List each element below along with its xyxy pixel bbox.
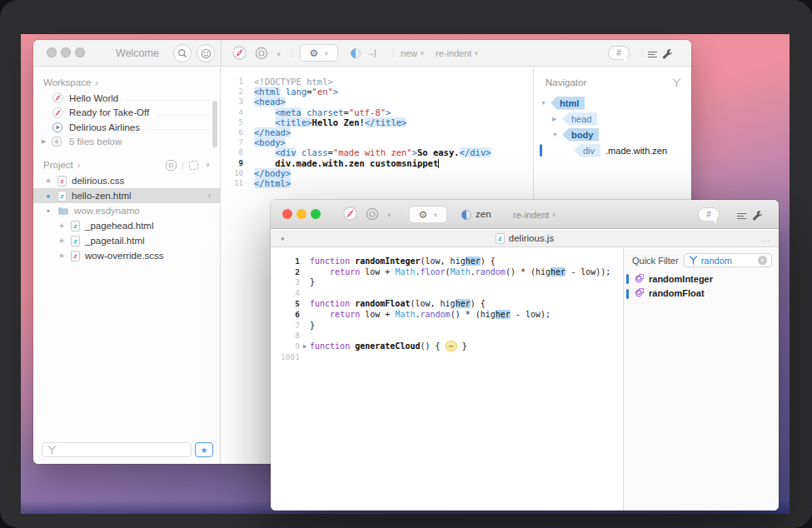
tag-pill[interactable]: div: [574, 144, 600, 157]
js-editor[interactable]: 1function randomInteger(low, higher) {2 …: [271, 248, 623, 511]
preview-button[interactable]: [232, 45, 247, 61]
tab-bar[interactable]: ● z delirious.js …: [271, 230, 779, 247]
new-menu[interactable]: new∨: [401, 48, 424, 58]
code-line[interactable]: 9 div.made.with.zen customsnippet: [222, 158, 533, 168]
code-line[interactable]: 1001: [271, 351, 623, 362]
indent-icon[interactable]: →|: [366, 48, 376, 57]
navigator-item[interactable]: div.made.with.zen: [534, 142, 691, 158]
chevron-down-icon[interactable]: ∨: [276, 51, 281, 57]
wrench-icon[interactable]: [662, 48, 673, 59]
code-line[interactable]: 3}: [271, 277, 623, 288]
navigator-filter-icon[interactable]: [672, 78, 681, 87]
code-line[interactable]: 6 return low + Math.random() * (higher -…: [271, 309, 623, 320]
sidebar-filter-input[interactable]: [42, 442, 192, 457]
active-dot-icon[interactable]: ●: [43, 192, 53, 200]
disclosure-down-icon[interactable]: ▼: [43, 208, 53, 214]
lines-icon[interactable]: [737, 212, 746, 221]
wrench-icon[interactable]: [752, 210, 763, 221]
snippet-bubble-button[interactable]: #: [698, 207, 720, 222]
minimize-button[interactable]: [61, 47, 71, 57]
workspace-item[interactable]: Delirious Airlines: [33, 120, 220, 135]
code-line[interactable]: 2<html lang="en">: [222, 87, 533, 97]
sidebar-scrollbar[interactable]: [212, 101, 217, 147]
file-row[interactable]: ★z_pagetail.html: [33, 233, 220, 248]
navigator-item[interactable]: ▼html: [534, 95, 691, 111]
star-icon[interactable]: ★: [43, 177, 53, 185]
target-button[interactable]: [255, 47, 268, 60]
zen-label[interactable]: zen: [476, 209, 491, 219]
code-line[interactable]: 3<head>: [222, 97, 533, 107]
code-line[interactable]: 11</html>: [222, 178, 533, 188]
zoom-button[interactable]: [311, 209, 321, 219]
code-line[interactable]: 7}: [271, 320, 623, 331]
disclosure-right-icon[interactable]: ▶: [42, 138, 52, 145]
code-line[interactable]: 6</head>: [222, 127, 533, 137]
upload-icon[interactable]: ↑: [207, 192, 212, 201]
workspace-item[interactable]: ▶5 files below: [33, 135, 220, 150]
tag-pill[interactable]: head: [562, 112, 597, 126]
fold-disclosure-icon[interactable]: ▶: [300, 343, 310, 350]
tag-pill[interactable]: body: [562, 128, 599, 142]
workspace-item[interactable]: Ready for Take-Off: [33, 106, 220, 121]
file-row[interactable]: ▼wow.esdynamo: [33, 203, 220, 218]
code-line[interactable]: 4: [271, 287, 623, 298]
code-line[interactable]: 7<body>: [222, 137, 533, 147]
code-line[interactable]: 8: [271, 331, 623, 341]
star-icon[interactable]: ★: [57, 237, 67, 245]
code-line[interactable]: 2 return low + Math.floor(Math.random() …: [271, 266, 623, 277]
code-token: ⋯: [446, 341, 457, 351]
file-row[interactable]: ★zwow-override.scss: [33, 248, 220, 263]
code-line[interactable]: 10</body>: [222, 168, 533, 178]
tab-overflow[interactable]: …: [761, 233, 770, 243]
zoom-button[interactable]: [75, 47, 85, 57]
chevron-down-icon: ∨: [474, 50, 478, 57]
reindent-menu[interactable]: re-indent∨: [513, 210, 556, 220]
close-button[interactable]: [47, 47, 57, 57]
navigator-item[interactable]: ▶head: [534, 111, 691, 127]
code-line[interactable]: 1<!DOCTYPE html>: [222, 77, 533, 87]
file-row[interactable]: ★zdelirious.css: [33, 173, 220, 188]
snippet-bubble-button[interactable]: #: [608, 46, 630, 60]
code-line[interactable]: 1function randomInteger(low, higher) {: [271, 256, 623, 266]
globe-icon[interactable]: [350, 47, 361, 59]
workspace-header[interactable]: Workspace ›: [33, 74, 220, 91]
code-line[interactable]: 5 <title>Hello Zen!</title>: [222, 117, 533, 127]
settings-icon[interactable]: [189, 161, 198, 170]
navigator-item[interactable]: ▼body: [534, 127, 691, 142]
file-row[interactable]: ★z_pagehead.html: [33, 218, 220, 233]
preview-button[interactable]: [342, 206, 358, 222]
feedback-button[interactable]: [197, 44, 215, 62]
chevron-down-icon[interactable]: ∨: [387, 212, 391, 218]
tag-pill[interactable]: html: [550, 97, 585, 110]
star-icon[interactable]: ★: [57, 252, 67, 260]
close-button[interactable]: [282, 209, 292, 219]
search-button[interactable]: [173, 44, 192, 62]
chevron-down-icon[interactable]: ∨: [206, 162, 210, 168]
globe-icon[interactable]: [461, 209, 472, 221]
target-button[interactable]: [366, 207, 379, 221]
file-row[interactable]: ●zhello-zen.html↑: [33, 188, 220, 203]
code-line[interactable]: 5function randomFloat(low, higher) {: [271, 298, 623, 309]
workspace-item-label: Ready for Take-Off: [69, 107, 149, 117]
code-token: generateCloud: [355, 341, 420, 351]
quick-filter-result[interactable]: randomInteger: [624, 271, 779, 286]
disclosure-right-icon[interactable]: ▶: [552, 116, 556, 122]
quick-filter-result[interactable]: randomFloat: [624, 286, 779, 301]
star-icon[interactable]: ★: [57, 222, 67, 230]
code-line[interactable]: 9▶function generateCloud() { ⋯ }: [271, 341, 623, 351]
quick-filter-input[interactable]: random ✕: [684, 253, 772, 267]
clear-icon[interactable]: ✕: [758, 256, 767, 265]
minimize-button[interactable]: [296, 209, 306, 219]
reindent-menu[interactable]: re-indent∨: [436, 48, 479, 58]
actions-menu-button[interactable]: ⚙ ∨: [409, 206, 447, 223]
workspace-item[interactable]: Hello World: [33, 91, 220, 106]
disclosure-down-icon[interactable]: ▼: [541, 100, 546, 106]
disclosure-down-icon[interactable]: ▼: [552, 132, 558, 137]
code-line[interactable]: 4 <meta charset="utf-8">: [222, 107, 533, 117]
favorites-filter-button[interactable]: ★: [195, 442, 213, 457]
project-header[interactable]: Project › D | ∨: [33, 157, 220, 173]
code-line[interactable]: 8 <div class="made with zen">So easy.</d…: [222, 147, 533, 157]
lines-icon[interactable]: [648, 50, 657, 59]
actions-menu-button[interactable]: ⚙ ∨: [300, 44, 338, 62]
publish-icon[interactable]: D: [166, 160, 177, 171]
